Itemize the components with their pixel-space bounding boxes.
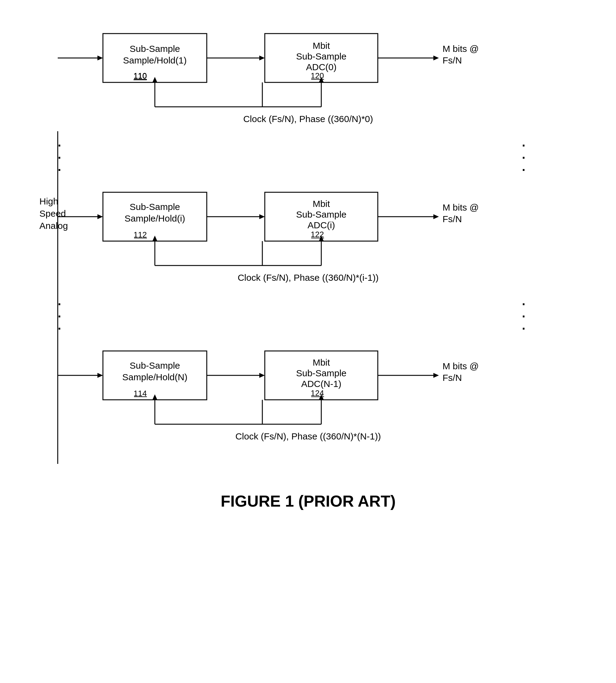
cloki-text: Clock (Fs/N), Phase ((360/N)*(i-1)) <box>238 273 379 282</box>
adc0-line2: Sub-Sample <box>296 51 346 61</box>
dot-right-1: . <box>522 136 525 149</box>
adcN-line1: Mbit <box>312 357 330 367</box>
dot-left-2c: . <box>58 319 61 332</box>
svg-marker-27 <box>433 214 439 219</box>
shi-line1: Sub-Sample <box>130 202 180 212</box>
adci-line1: Mbit <box>312 199 330 209</box>
clock0-text: Clock (Fs/N), Phase ((360/N)*0) <box>243 114 373 124</box>
outputi-line1: M bits @ <box>442 202 479 212</box>
svg-marker-1 <box>97 55 103 61</box>
adc0-line3: ADC(0) <box>306 62 336 72</box>
svg-marker-23 <box>259 214 265 219</box>
shi-line2: Sample/Hold(i) <box>124 213 185 223</box>
outputN-line2: Fs/N <box>442 373 462 383</box>
adci-line3: ADC(i) <box>308 220 335 230</box>
hsa-line1: High <box>39 196 58 206</box>
outputi-line2: Fs/N <box>442 214 462 224</box>
output0-line1: M bits @ <box>442 44 479 54</box>
figure-title: FIGURE 1 (PRIOR ART) <box>220 492 396 510</box>
adcN-line2: Sub-Sample <box>296 368 346 378</box>
dot-right-1b: . <box>522 148 525 161</box>
svg-marker-39 <box>259 373 265 378</box>
dot-left-1b: . <box>58 148 61 161</box>
diagram-svg: Sub-Sample Sample/Hold(1) 110 110 Mbit S… <box>33 18 583 629</box>
svg-marker-9 <box>433 55 439 61</box>
dot-right-2: . <box>522 294 525 308</box>
sh1-num-text: 110 <box>133 71 147 80</box>
adci-line2: Sub-Sample <box>296 209 346 220</box>
adc0-line1: Mbit <box>312 41 330 51</box>
svg-marker-19 <box>97 214 103 219</box>
main-diagram: Sub-Sample Sample/Hold(1) 110 110 Mbit S… <box>33 18 583 630</box>
dot-right-2c: . <box>522 319 525 332</box>
dot-right-2b: . <box>522 306 525 320</box>
dot-left-1c: . <box>58 160 61 173</box>
dot-left-1: . <box>58 136 61 149</box>
sh1-line2: Sample/Hold(1) <box>123 55 186 65</box>
dot-left-2b: . <box>58 306 61 320</box>
adcN-line3: ADC(N-1) <box>301 379 342 389</box>
clockN-text: Clock (Fs/N), Phase ((360/N)*(N-1)) <box>235 431 381 441</box>
svg-marker-35 <box>97 373 103 378</box>
sh1-line1: Sub-Sample <box>130 44 180 54</box>
outputN-line1: M bits @ <box>442 361 479 371</box>
shN-line1: Sub-Sample <box>130 360 180 370</box>
dot-left-2: . <box>58 294 61 308</box>
output0-line2: Fs/N <box>442 55 462 65</box>
svg-marker-43 <box>433 373 439 378</box>
svg-marker-5 <box>259 55 265 61</box>
dot-right-1c: . <box>522 160 525 173</box>
hsa-line3: Analog <box>39 221 68 231</box>
shN-line2: Sample/Hold(N) <box>122 372 187 382</box>
